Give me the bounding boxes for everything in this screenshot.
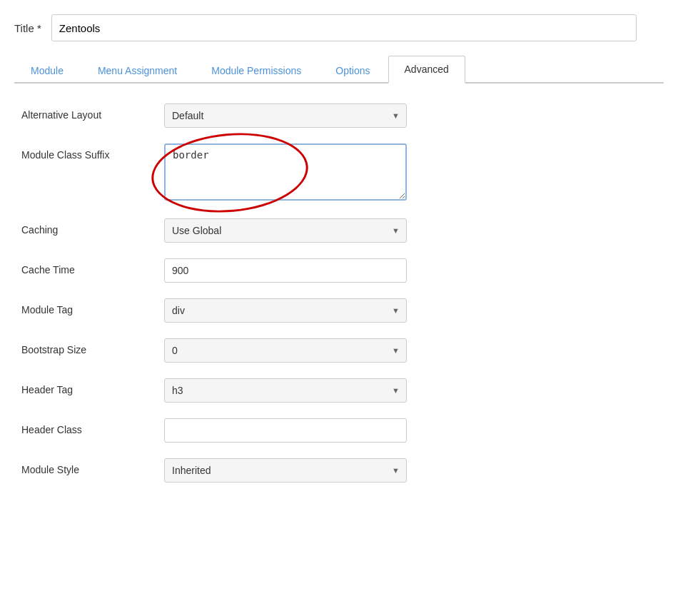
module-tag-control: div span section article aside header fo… <box>164 298 407 323</box>
module-class-suffix-row: Module Class Suffix border <box>21 143 657 203</box>
header-class-input[interactable] <box>164 418 407 443</box>
module-class-suffix-label: Module Class Suffix <box>21 143 164 161</box>
module-style-select[interactable]: Inherited None Table HTML5 Outline xhtml <box>164 458 407 483</box>
caching-label: Caching <box>21 218 164 236</box>
alternative-layout-label: Alternative Layout <box>21 103 164 121</box>
tab-options[interactable]: Options <box>319 57 386 84</box>
caching-row: Caching Use Global No Caching ▼ <box>21 218 657 243</box>
cache-time-input[interactable] <box>164 258 407 283</box>
header-tag-label: Header Tag <box>21 378 164 395</box>
alternative-layout-row: Alternative Layout Default Custom ▼ <box>21 103 657 128</box>
header-tag-select[interactable]: h1h2h3 h4h5h6 <box>164 378 407 403</box>
bootstrap-size-select[interactable]: 0123 4567 89101112 <box>164 338 407 363</box>
module-style-control: Inherited None Table HTML5 Outline xhtml… <box>164 458 407 483</box>
module-style-row: Module Style Inherited None Table HTML5 … <box>21 458 657 483</box>
caching-control: Use Global No Caching ▼ <box>164 218 407 243</box>
cache-time-row: Cache Time <box>21 258 657 283</box>
alternative-layout-control: Default Custom ▼ <box>164 103 407 128</box>
module-tag-row: Module Tag div span section article asid… <box>21 298 657 323</box>
title-input[interactable] <box>51 14 637 41</box>
bootstrap-size-label: Bootstrap Size <box>21 338 164 355</box>
advanced-form: Alternative Layout Default Custom ▼ Modu… <box>14 103 664 483</box>
module-class-suffix-textarea[interactable]: border <box>164 143 407 201</box>
module-tag-label: Module Tag <box>21 298 164 315</box>
cache-time-label: Cache Time <box>21 258 164 276</box>
bootstrap-size-control: 0123 4567 89101112 ▼ <box>164 338 407 363</box>
tab-menu-assignment[interactable]: Menu Assignment <box>81 57 193 84</box>
module-style-label: Module Style <box>21 458 164 475</box>
tabs-bar: Module Menu Assignment Module Permission… <box>14 54 664 84</box>
tab-module-permissions[interactable]: Module Permissions <box>195 57 318 84</box>
bootstrap-size-row: Bootstrap Size 0123 4567 89101112 ▼ <box>21 338 657 363</box>
header-tag-control: h1h2h3 h4h5h6 ▼ <box>164 378 407 403</box>
caching-select[interactable]: Use Global No Caching <box>164 218 407 243</box>
header-class-label: Header Class <box>21 418 164 435</box>
header-class-control <box>164 418 407 443</box>
header-class-row: Header Class <box>21 418 657 443</box>
module-tag-select[interactable]: div span section article aside header fo… <box>164 298 407 323</box>
alternative-layout-select[interactable]: Default Custom <box>164 103 407 128</box>
tab-module[interactable]: Module <box>14 57 80 84</box>
header-tag-row: Header Tag h1h2h3 h4h5h6 ▼ <box>21 378 657 403</box>
title-label: Title * <box>14 22 41 34</box>
title-row: Title * <box>14 14 664 41</box>
cache-time-control <box>164 258 407 283</box>
tab-advanced[interactable]: Advanced <box>388 56 465 84</box>
module-class-suffix-control: border <box>164 143 407 203</box>
